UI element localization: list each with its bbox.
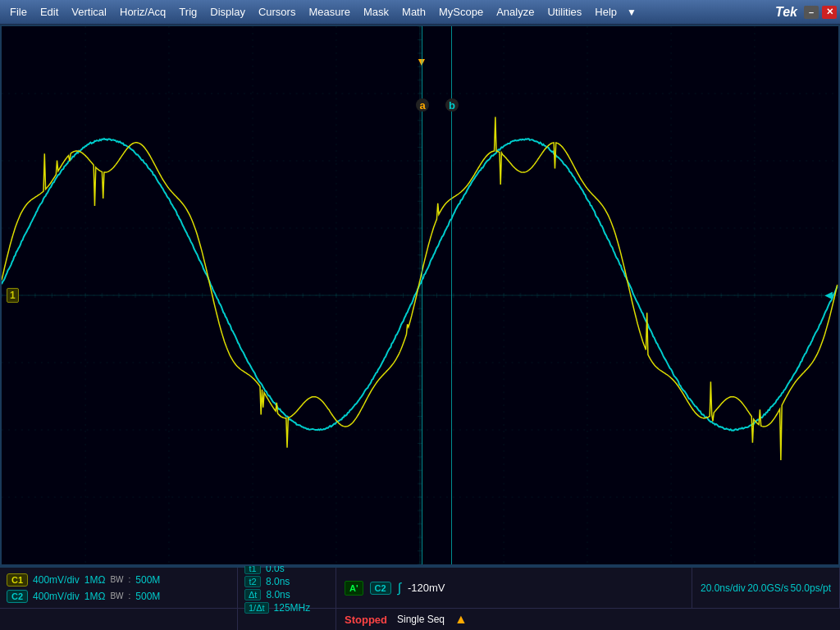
menu-analyze[interactable]: Analyze xyxy=(490,4,541,20)
ch2-bw-label: BW xyxy=(110,591,123,600)
ch1-bw-colon: : xyxy=(129,575,131,584)
ch1-ground-indicator: 1 xyxy=(7,288,19,303)
menu-bar: File Edit Vertical Horiz/Acq Trig Displa… xyxy=(0,0,840,25)
ch1-impedance: 1MΩ xyxy=(84,574,106,586)
menu-cursors[interactable]: Cursors xyxy=(252,4,303,20)
dt-value: 8.0ns xyxy=(266,589,290,600)
menu-vertical[interactable]: Vertical xyxy=(65,4,113,20)
minimize-button[interactable]: – xyxy=(804,6,819,19)
ch1-badge[interactable]: C1 xyxy=(7,573,28,587)
menu-edit[interactable]: Edit xyxy=(34,4,65,20)
single-seq-label: Single Seq xyxy=(397,614,445,625)
ch2-arrow-indicator: ◄ xyxy=(822,288,835,303)
run-status-box: Stopped Single Seq ▲ 1 acqs RL:4.0k Auto… xyxy=(336,609,840,630)
stopped-label: Stopped xyxy=(345,614,387,626)
ch2-bw-colon2: : xyxy=(129,591,131,600)
menu-help[interactable]: Help xyxy=(588,4,623,20)
ch2-bw-val: 500M xyxy=(135,591,160,602)
math-measurement: A' C2 ∫ -120mV xyxy=(336,568,692,608)
tek-logo: Tek – ✕ xyxy=(775,5,837,20)
menu-display[interactable]: Display xyxy=(203,4,252,20)
close-button[interactable]: ✕ xyxy=(822,6,837,19)
cursor-a-label: a xyxy=(416,98,429,112)
math-value: -120mV xyxy=(408,582,445,594)
menu-math[interactable]: Math xyxy=(395,4,432,20)
menu-mask[interactable]: Mask xyxy=(357,4,395,20)
math-ch2-badge: C2 xyxy=(370,582,391,595)
ch1-info: C1 400mV/div 1MΩ BW:500M C2 400mV/div 1M… xyxy=(0,568,238,608)
menu-trig[interactable]: Trig xyxy=(172,4,203,20)
sample-rate: 20.0GS/s xyxy=(747,582,788,594)
menu-horiz-acq[interactable]: Horiz/Acq xyxy=(113,4,172,20)
math-a-badge: A' xyxy=(345,581,363,596)
menu-file[interactable]: File xyxy=(3,4,34,20)
ch2-badge[interactable]: C2 xyxy=(7,590,28,603)
menu-utilities[interactable]: Utilities xyxy=(541,4,588,20)
time-per-div: 20.0ns/div xyxy=(701,582,746,594)
cursor-b-label: b xyxy=(445,98,459,112)
scope-display: ▼ a b 1 ◄ xyxy=(0,25,840,566)
t2-label: t2 xyxy=(244,576,261,587)
dt-label: Δt xyxy=(244,589,261,600)
ch1-bw-val: 500M xyxy=(135,574,160,586)
ch2-scale: 400mV/div xyxy=(33,591,80,602)
ps-per-pt: 50.0ps/pt xyxy=(791,582,831,594)
tek-brand: Tek xyxy=(775,5,797,20)
trigger-icon: ▲ xyxy=(454,612,468,627)
menu-measure[interactable]: Measure xyxy=(302,4,357,20)
ch1-scale: 400mV/div xyxy=(33,574,80,586)
math-integral-icon: ∫ xyxy=(398,581,401,596)
t2-value: 8.0ns xyxy=(266,576,290,587)
cursor-measurements: t1 0.0s t2 8.0ns Δt 8.0ns 1/Δt 125MHz xyxy=(238,568,336,608)
ch1-bw-label: BW xyxy=(110,575,123,584)
timing-info: 20.0ns/div 20.0GS/s 50.0ps/pt xyxy=(692,568,840,608)
status-bar: C1 400mV/div 1MΩ BW:500M C2 400mV/div 1M… xyxy=(0,566,840,630)
ch2-impedance: 1MΩ xyxy=(84,591,106,602)
menu-myscope[interactable]: MyScope xyxy=(432,4,490,20)
menu-dropdown-arrow[interactable]: ▼ xyxy=(623,5,640,20)
